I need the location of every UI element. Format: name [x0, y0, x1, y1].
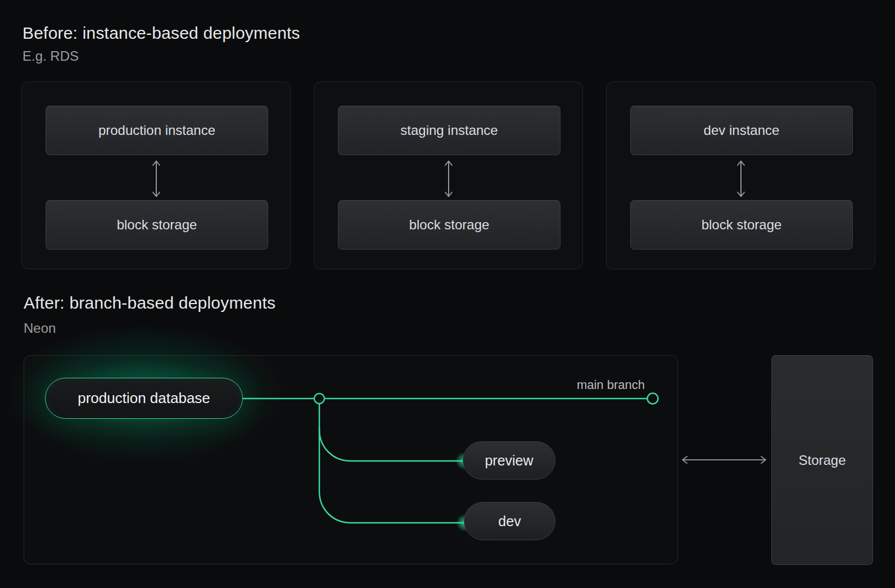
instance-box: dev instance	[630, 106, 853, 155]
dev-branch-pill: dev	[464, 502, 555, 540]
before-section-subtitle: E.g. RDS	[22, 48, 79, 64]
up-down-arrow-icon	[444, 159, 454, 198]
block-storage-box: block storage	[338, 200, 560, 250]
storage-box: Storage	[771, 355, 873, 565]
block-storage-box: block storage	[630, 200, 853, 250]
diagram-canvas: Before: instance-based deployments E.g. …	[0, 0, 895, 588]
instance-box: staging instance	[338, 106, 560, 155]
deployment-card-production: production instance block storage	[21, 82, 291, 269]
main-branch-label: main branch	[562, 378, 645, 392]
block-storage-box: block storage	[46, 200, 268, 250]
preview-branch-pill: preview	[463, 441, 555, 480]
before-section-title: Before: instance-based deployments	[22, 24, 300, 43]
up-down-arrow-icon	[151, 159, 161, 198]
instance-box: production instance	[46, 106, 268, 155]
production-database-pill: production database	[45, 378, 243, 419]
deployment-card-staging: staging instance block storage	[314, 82, 583, 269]
left-right-arrow-icon	[680, 455, 768, 465]
after-section-title: After: branch-based deployments	[24, 293, 275, 313]
after-section-subtitle: Neon	[24, 320, 56, 336]
up-down-arrow-icon	[736, 159, 746, 198]
deployment-card-dev: dev instance block storage	[606, 82, 875, 269]
